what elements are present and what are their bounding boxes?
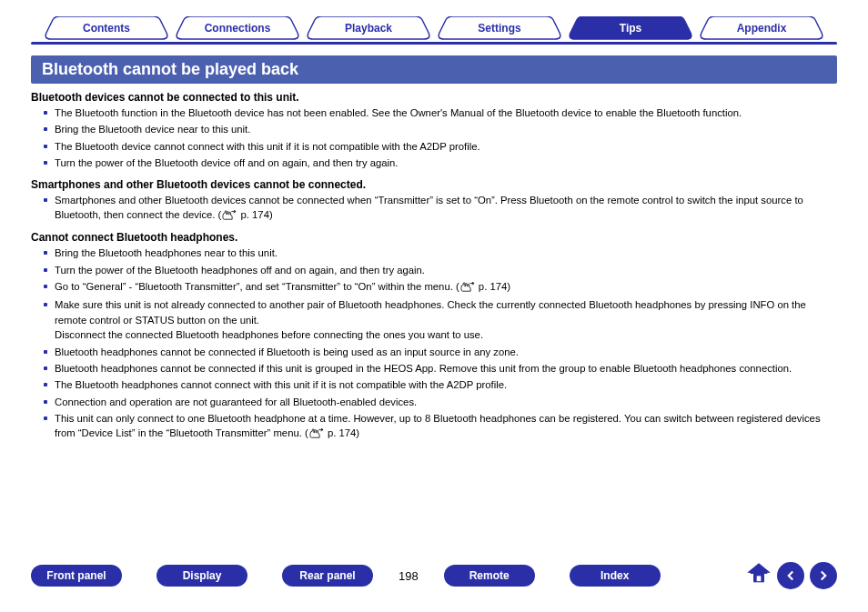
list-item: Connection and operation are not guarant… — [55, 395, 837, 409]
subheading: Smartphones and other Bluetooth devices … — [31, 178, 837, 191]
list-item: Bluetooth headphones cannot be connected… — [55, 361, 837, 376]
list-item: Turn the power of the Bluetooth headphon… — [55, 263, 837, 277]
list-item: Go to “General” - “Bluetooth Transmitter… — [55, 279, 837, 296]
page-reference-icon — [309, 427, 324, 442]
list-item: The Bluetooth device cannot connect with… — [55, 139, 837, 154]
tab-settings[interactable]: Settings — [437, 16, 562, 40]
tab-label: Settings — [437, 16, 562, 40]
prev-page-icon[interactable] — [777, 562, 804, 589]
nav-front-panel[interactable]: Front panel — [31, 565, 122, 587]
list-item: The Bluetooth function in the Bluetooth … — [55, 105, 837, 120]
nav-rear-panel[interactable]: Rear panel — [282, 565, 373, 587]
tab-label: Appendix — [699, 16, 824, 40]
page-reference-icon — [460, 281, 475, 296]
nav-remote[interactable]: Remote — [444, 565, 535, 587]
tab-label: Playback — [306, 16, 431, 40]
section-title: Bluetooth cannot be played back — [31, 55, 837, 84]
page-reference-icon — [222, 209, 237, 224]
page-number: 198 — [399, 569, 419, 583]
list-item: Make sure this unit is not already conne… — [55, 297, 837, 342]
nav-index[interactable]: Index — [570, 565, 661, 587]
tab-contents[interactable]: Contents — [44, 16, 169, 40]
list-item: Bring the Bluetooth headphones near to t… — [55, 246, 837, 260]
list-item: Bring the Bluetooth device near to this … — [55, 122, 837, 136]
subheading: Bluetooth devices cannot be connected to… — [31, 91, 837, 104]
tab-appendix[interactable]: Appendix — [699, 16, 824, 40]
tab-tips[interactable]: Tips — [568, 16, 693, 40]
tab-connections[interactable]: Connections — [175, 16, 300, 40]
tab-label: Contents — [44, 16, 169, 40]
tab-playback[interactable]: Playback — [306, 16, 431, 40]
subheading: Cannot connect Bluetooth headphones. — [31, 231, 837, 244]
nav-display[interactable]: Display — [156, 565, 247, 587]
list-item: Smartphones and other Bluetooth devices … — [55, 193, 837, 225]
tab-label: Tips — [568, 16, 693, 40]
list-item: Turn the power of the Bluetooth device o… — [55, 156, 837, 170]
list-item: Bluetooth headphones cannot be connected… — [55, 345, 837, 359]
list-item: This unit can only connect to one Blueto… — [55, 411, 837, 443]
next-page-icon[interactable] — [810, 562, 837, 589]
tab-label: Connections — [175, 16, 300, 40]
home-icon[interactable] — [746, 561, 772, 590]
list-item: The Bluetooth headphones cannot connect … — [55, 377, 837, 392]
